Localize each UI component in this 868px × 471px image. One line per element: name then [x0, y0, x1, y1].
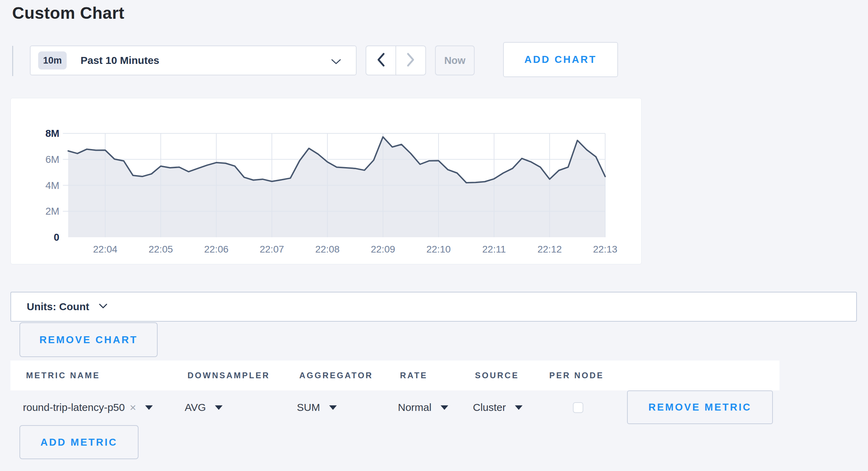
units-label: Units: Count	[27, 301, 89, 313]
remove-chart-button[interactable]: REMOVE CHART	[19, 322, 158, 357]
chart-area-fill	[68, 137, 605, 237]
caret-down-icon	[515, 405, 523, 410]
source-value: Cluster	[473, 402, 506, 413]
column-header-rate: RATE	[400, 361, 428, 390]
add-metric-button[interactable]: ADD METRIC	[19, 425, 139, 459]
downsampler-select[interactable]: AVG	[185, 390, 223, 424]
next-time-button[interactable]	[395, 46, 425, 75]
caret-down-icon	[145, 405, 153, 410]
y-axis-label: 2M	[45, 206, 59, 217]
x-axis-label: 22:11	[482, 244, 506, 255]
metric-name-value: round-trip-latency-p50	[23, 402, 125, 413]
metric-name-select[interactable]: round-trip-latency-p50 ×	[23, 390, 153, 424]
x-axis-label: 22:04	[93, 244, 117, 255]
time-range-dropdown[interactable]: 10m Past 10 Minutes	[30, 46, 357, 75]
remove-chart-label: REMOVE CHART	[39, 334, 137, 346]
y-axis-label: 4M	[45, 180, 59, 191]
y-axis-label: 0	[54, 232, 59, 243]
clear-metric-icon[interactable]: ×	[130, 402, 136, 413]
metrics-table-header: METRIC NAME DOWNSAMPLER AGGREGATOR RATE …	[10, 361, 779, 390]
x-axis-label: 22:06	[204, 244, 228, 255]
caret-down-icon	[329, 405, 337, 410]
source-select[interactable]: Cluster	[473, 390, 523, 424]
column-header-metric-name: METRIC NAME	[26, 361, 100, 390]
y-axis-label: 6M	[45, 154, 59, 165]
per-node-checkbox[interactable]	[573, 402, 583, 413]
chevron-down-icon	[331, 59, 341, 66]
remove-metric-label: REMOVE METRIC	[649, 402, 752, 413]
add-chart-button[interactable]: ADD CHART	[503, 42, 618, 77]
x-axis-label: 22:08	[315, 244, 340, 255]
x-axis-label: 22:10	[426, 244, 451, 255]
add-chart-label: ADD CHART	[524, 54, 596, 65]
rate-value: Normal	[398, 402, 432, 413]
chevron-down-icon	[99, 304, 107, 310]
remove-metric-button[interactable]: REMOVE METRIC	[627, 390, 773, 424]
x-axis-label: 22:12	[537, 244, 562, 255]
y-axis-label: 8M	[45, 128, 59, 139]
aggregator-value: SUM	[297, 402, 320, 413]
chevron-right-icon	[406, 52, 416, 68]
add-metric-label: ADD METRIC	[40, 437, 117, 448]
column-header-downsampler: DOWNSAMPLER	[187, 361, 270, 390]
x-axis-label: 22:09	[371, 244, 395, 255]
x-axis-label: 22:07	[260, 244, 284, 255]
downsampler-value: AVG	[185, 402, 206, 413]
time-scale-badge: 10m	[38, 51, 67, 69]
x-axis-label: 22:05	[149, 244, 173, 255]
metric-chart: 02M4M6M8M22:0422:0522:0622:0722:0822:092…	[11, 98, 641, 264]
rate-select[interactable]: Normal	[398, 390, 448, 424]
x-axis-label: 22:13	[593, 244, 617, 255]
now-button[interactable]: Now	[435, 46, 475, 75]
page-title: Custom Chart	[12, 3, 124, 23]
column-header-aggregator: AGGREGATOR	[299, 361, 373, 390]
units-dropdown[interactable]: Units: Count	[10, 292, 857, 322]
chart-card: 02M4M6M8M22:0422:0522:0622:0722:0822:092…	[10, 98, 642, 264]
prev-time-button[interactable]	[366, 46, 395, 75]
caret-down-icon	[441, 405, 448, 410]
toolbar-left-rule	[12, 46, 13, 76]
chevron-left-icon	[376, 52, 386, 68]
column-header-source: SOURCE	[475, 361, 519, 390]
time-range-label: Past 10 Minutes	[81, 55, 159, 66]
aggregator-select[interactable]: SUM	[297, 390, 337, 424]
column-header-per-node: PER NODE	[549, 361, 604, 390]
caret-down-icon	[215, 405, 223, 410]
now-button-label: Now	[444, 55, 465, 66]
time-step-button-group	[366, 46, 426, 75]
